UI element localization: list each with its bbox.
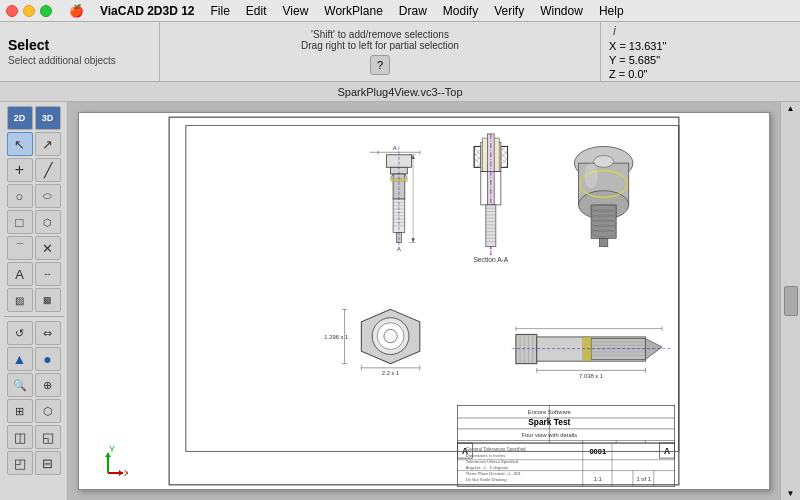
svg-text:7.038 x 1: 7.038 x 1	[579, 373, 603, 379]
hatch-tool[interactable]: ▨	[7, 288, 33, 312]
svg-text:General Tolerances Specified: General Tolerances Specified	[466, 447, 526, 452]
menu-modify[interactable]: Modify	[436, 2, 485, 20]
toolbar-coords: i X = 13.631" Y = 5.685" Z = 0.0"	[600, 22, 800, 81]
svg-text:2.2 x 1: 2.2 x 1	[382, 370, 400, 376]
axes-indicator: X Y	[88, 443, 128, 485]
3d-tools-row-1: ▲ ●	[7, 347, 61, 371]
menu-window[interactable]: Window	[533, 2, 590, 20]
svg-text:1 of 1: 1 of 1	[636, 476, 651, 482]
zoom-tool[interactable]: 🔍	[7, 373, 33, 397]
svg-text:X: X	[124, 468, 128, 478]
draw-tools-row-4: ⌒ ✕	[7, 236, 61, 260]
main-area: 2D 3D ↖ ↗ + ╱ ○ ⬭ □ ⬡ ⌒ ✕ A ↔ ▨ ▩	[0, 102, 800, 500]
toolbar: Select Select additional objects 'Shift'…	[0, 22, 800, 82]
menu-verify[interactable]: Verify	[487, 2, 531, 20]
svg-point-107	[584, 163, 597, 188]
svg-rect-133	[583, 337, 591, 361]
draw-tools-row-2: ○ ⬭	[7, 184, 61, 208]
svg-text:A: A	[664, 446, 670, 456]
hint-line-2: Drag right to left for partial selection	[301, 40, 459, 51]
dimension-tool[interactable]: ↔	[35, 262, 61, 286]
canvas-area[interactable]: X Y Encore Software Spa	[68, 102, 800, 500]
rect-tool[interactable]: □	[7, 210, 33, 234]
hatch-row: ▨ ▩	[7, 288, 61, 312]
svg-text:1.296 x 1: 1.296 x 1	[324, 334, 348, 340]
scroll-down[interactable]: ▼	[787, 489, 795, 498]
toolbar-separator-1	[4, 316, 64, 317]
menu-edit[interactable]: Edit	[239, 2, 274, 20]
menu-workplane[interactable]: WorkPlane	[317, 2, 389, 20]
vertical-scrollbar[interactable]: ▲ ▼	[780, 102, 800, 500]
scroll-up[interactable]: ▲	[787, 104, 795, 113]
svg-rect-106	[599, 238, 607, 246]
polygon-tool[interactable]: ⬡	[35, 210, 61, 234]
z-coord: Z = 0.0"	[609, 68, 792, 80]
svg-rect-69	[501, 146, 508, 167]
view-grid-tool[interactable]: ⊞	[7, 399, 33, 423]
view-3dbox2-tool[interactable]: ◱	[35, 425, 61, 449]
3d-button[interactable]: 3D	[35, 106, 61, 130]
3d-tools-row-2: 🔍 ⊕	[7, 373, 61, 397]
y-coord: Y = 5.685"	[609, 54, 792, 66]
svg-text:Dimensions in Inches: Dimensions in Inches	[466, 453, 506, 458]
menu-view[interactable]: View	[276, 2, 316, 20]
toolbar-center: 'Shift' to add/remove selections Drag ri…	[160, 22, 600, 81]
svg-rect-68	[474, 146, 481, 167]
drawing-svg: Encore Software Spark Test Four view wit…	[79, 113, 769, 489]
menu-apple[interactable]: 🍎	[62, 2, 91, 20]
text-dim-row: A ↔	[7, 262, 61, 286]
text-tool[interactable]: A	[7, 262, 33, 286]
rotate-tool[interactable]: ↺	[7, 321, 33, 345]
menu-file[interactable]: File	[204, 2, 237, 20]
titlebar: SparkPlug4View.vc3--Top	[0, 82, 800, 102]
menu-app-name[interactable]: ViaCAD 2D3D 12	[93, 2, 202, 20]
ellipse-tool[interactable]: ⬭	[35, 184, 61, 208]
close-button[interactable]	[6, 5, 18, 17]
left-toolbar: 2D 3D ↖ ↗ + ╱ ○ ⬭ □ ⬡ ⌒ ✕ A ↔ ▨ ▩	[0, 102, 68, 500]
arc-tool[interactable]: ╱	[35, 158, 61, 182]
circle-tool[interactable]: ○	[7, 184, 33, 208]
view-row-2: ◫ ◱	[7, 425, 61, 449]
view-3dbox4-tool[interactable]: ⊟	[35, 451, 61, 475]
document-title: SparkPlug4View.vc3--Top	[337, 86, 462, 98]
minimize-button[interactable]	[23, 5, 35, 17]
2d-button[interactable]: 2D	[7, 106, 33, 130]
maximize-button[interactable]	[40, 5, 52, 17]
view-iso-tool[interactable]: ⬡	[35, 399, 61, 423]
svg-text:Tolerances Unless Specified: Tolerances Unless Specified	[466, 459, 519, 464]
fill-tool[interactable]: ▩	[35, 288, 61, 312]
select-arrow-tool[interactable]: ↖	[7, 132, 33, 156]
svg-text:A: A	[393, 145, 397, 151]
svg-text:Four view with details: Four view with details	[521, 432, 577, 438]
svg-text:Y: Y	[109, 444, 115, 454]
mirror-tool[interactable]: ⇔	[35, 321, 61, 345]
drawing-sheet: Encore Software Spark Test Four view wit…	[78, 112, 770, 490]
view-row-3: ◰ ⊟	[7, 451, 61, 475]
tool-name: Select	[8, 37, 151, 53]
scroll-thumb[interactable]	[784, 286, 798, 316]
menubar: 🍎 ViaCAD 2D3D 12 File Edit View WorkPlan…	[0, 0, 800, 22]
line-tool[interactable]: +	[7, 158, 33, 182]
hint-line-1: 'Shift' to add/remove selections	[311, 29, 449, 40]
freeform-tool[interactable]: ⌒	[7, 236, 33, 260]
cross-tool[interactable]: ✕	[35, 236, 61, 260]
svg-text:Do Not Scale Drawing: Do Not Scale Drawing	[466, 477, 508, 482]
extrude-tool[interactable]: ▲	[7, 347, 33, 371]
toolbar-left: Select Select additional objects	[0, 22, 160, 81]
view-3dbox3-tool[interactable]: ◰	[7, 451, 33, 475]
help-question-button[interactable]: ?	[370, 55, 390, 75]
select-point-tool[interactable]: ↗	[35, 132, 61, 156]
transform-row-1: ↺ ⇔	[7, 321, 61, 345]
tool-hint: Select additional objects	[8, 55, 151, 66]
traffic-lights	[6, 5, 52, 17]
view-3dbox1-tool[interactable]: ◫	[7, 425, 33, 449]
x-coord: X = 13.631"	[609, 40, 792, 52]
menu-draw[interactable]: Draw	[392, 2, 434, 20]
svg-text:A: A	[397, 246, 401, 252]
zoom-fit-tool[interactable]: ⊕	[35, 373, 61, 397]
menu-help[interactable]: Help	[592, 2, 631, 20]
sphere-tool[interactable]: ●	[35, 347, 61, 371]
view-row-1: ⊞ ⬡	[7, 399, 61, 423]
svg-point-98	[594, 156, 614, 168]
svg-point-111	[384, 329, 397, 342]
